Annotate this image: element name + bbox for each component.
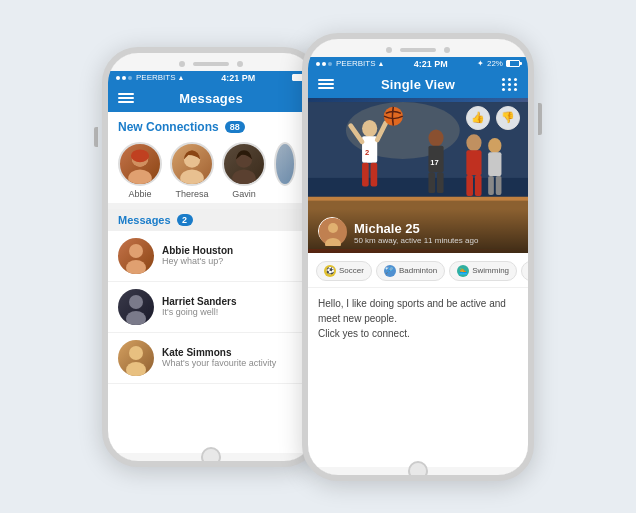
soccer-icon: ⚽ — [324, 265, 336, 277]
svg-point-32 — [466, 134, 481, 151]
right-nav-title: Single View — [381, 77, 455, 92]
avatar-abbie — [118, 142, 162, 186]
hero-overlay: Michale 25 50 km away, active 11 minutes… — [308, 209, 528, 253]
grid-dots-icon[interactable] — [502, 78, 518, 91]
right-nav-bar: Single View — [308, 71, 528, 98]
left-home-button[interactable] — [201, 447, 221, 467]
right-phone-power-button — [538, 103, 542, 135]
signal-dot-2 — [122, 76, 126, 80]
svg-point-36 — [488, 138, 501, 153]
connections-row: Abbie Theresa — [118, 142, 304, 199]
carrier-name: PEERBITS — [136, 73, 176, 82]
msg-avatar-2 — [118, 340, 154, 376]
svg-rect-16 — [308, 196, 528, 200]
signal-dot-3 — [128, 76, 132, 80]
right-status-left: PEERBITS ▲ — [316, 59, 385, 68]
connection-item-theresa[interactable]: Theresa — [170, 142, 214, 199]
msg-name-0: Abbie Houston — [162, 245, 304, 256]
svg-point-13 — [126, 362, 146, 376]
dot-7 — [502, 88, 505, 91]
right-phone-wrapper: PEERBITS ▲ 4:21 PM ✦ 22% — [302, 33, 534, 481]
right-status-bar: PEERBITS ▲ 4:21 PM ✦ 22% — [308, 57, 528, 71]
msg-avatar-1 — [118, 289, 154, 325]
svg-rect-37 — [488, 152, 501, 176]
swimming-icon: 🏊 — [457, 265, 469, 277]
message-item-2[interactable]: Kate Simmons What's your favourite activ… — [108, 333, 314, 384]
msg-preview-0: Hey what's up? — [162, 256, 304, 266]
connection-item-more[interactable] — [274, 142, 296, 186]
avatar-abbie-svg — [120, 144, 160, 184]
theresa-label: Theresa — [175, 189, 208, 199]
tag-swimming[interactable]: 🏊 Swimming — [449, 261, 517, 281]
right-signal-dot-2 — [322, 62, 326, 66]
bluetooth-icon: ✦ — [477, 59, 484, 68]
phones-container: PEERBITS ▲ 4:21 PM Messages — [0, 0, 636, 513]
bio-text: Hello, I like doing sports and be active… — [308, 288, 528, 467]
right-carrier-name: PEERBITS — [336, 59, 376, 68]
msg-preview-2: What's your favourite activity — [162, 358, 304, 368]
hero-text-info: Michale 25 50 km away, active 11 minutes… — [354, 221, 518, 245]
message-item-1[interactable]: Harriet Sanders It's going well! — [108, 282, 314, 333]
left-time: 4:21 PM — [221, 73, 255, 83]
left-nav-title: Messages — [179, 91, 243, 106]
hero-name: Michale 25 — [354, 221, 518, 236]
right-phone-bottom — [308, 467, 528, 475]
hero-like-btn[interactable]: 👍 — [466, 106, 490, 130]
dot-5 — [508, 83, 511, 86]
svg-rect-23 — [371, 162, 378, 186]
right-home-button[interactable] — [408, 461, 428, 481]
right-hamburger-icon[interactable] — [318, 79, 334, 89]
messages-header: Messages 2 — [108, 209, 314, 231]
left-screen-content: New Connections 88 — [108, 112, 314, 453]
svg-point-41 — [328, 223, 338, 233]
right-phone-top-hardware — [308, 39, 528, 57]
new-connections-title: New Connections — [118, 120, 219, 134]
message-item-0[interactable]: Abbie Houston Hey what's up? — [108, 231, 314, 282]
msg-preview-1: It's going well! — [162, 307, 304, 317]
tag-running[interactable]: 🏃 Running — [521, 261, 528, 281]
left-phone-bottom — [108, 453, 314, 461]
left-phone: PEERBITS ▲ 4:21 PM Messages — [102, 47, 320, 467]
left-status-left: PEERBITS ▲ — [116, 73, 185, 82]
tag-badminton[interactable]: 🏸 Badminton — [376, 261, 445, 281]
svg-point-27 — [428, 129, 443, 146]
new-connections-badge: 88 — [225, 121, 245, 133]
messages-badge: 2 — [177, 214, 193, 226]
svg-rect-34 — [466, 175, 473, 196]
svg-point-19 — [362, 120, 377, 137]
svg-rect-39 — [496, 175, 502, 194]
right-phone-camera — [386, 47, 392, 53]
right-screen-content: 2 — [308, 98, 528, 467]
hamburger-line-2 — [118, 97, 134, 99]
battery-percent: 22% — [487, 59, 503, 68]
right-hamburger-line-2 — [318, 83, 334, 85]
messages-section: Messages 2 Abbie Houston — [108, 209, 314, 453]
left-phone-sensor — [237, 61, 243, 67]
hero-image: 2 — [308, 98, 528, 253]
hero-dislike-btn[interactable]: 👎 — [496, 106, 520, 130]
svg-point-8 — [129, 244, 143, 258]
msg-text-2: Kate Simmons What's your favourite activ… — [162, 347, 304, 368]
new-connections-header: New Connections 88 — [118, 120, 304, 134]
right-hamburger-line-1 — [318, 79, 334, 81]
right-phone-sensor — [444, 47, 450, 53]
left-nav-bar: Messages — [108, 85, 314, 112]
right-wifi-indicator: ▲ — [378, 60, 385, 67]
dot-2 — [508, 78, 511, 81]
svg-point-9 — [126, 260, 146, 274]
left-phone-wrapper: PEERBITS ▲ 4:21 PM Messages — [102, 47, 302, 467]
hamburger-line-3 — [118, 101, 134, 103]
right-time: 4:21 PM — [414, 59, 448, 69]
left-phone-camera — [179, 61, 185, 67]
connection-item-gavin[interactable]: Gavin — [222, 142, 266, 199]
dot-4 — [502, 83, 505, 86]
tag-soccer[interactable]: ⚽ Soccer — [316, 261, 372, 281]
svg-point-5 — [180, 169, 204, 184]
tag-swimming-label: Swimming — [472, 266, 509, 275]
right-battery-icon — [506, 60, 520, 67]
hero-action-area: 👍 👎 — [466, 106, 520, 130]
svg-point-11 — [126, 311, 146, 325]
dot-3 — [514, 78, 517, 81]
left-hamburger-icon[interactable] — [118, 93, 134, 103]
connection-item-abbie[interactable]: Abbie — [118, 142, 162, 199]
